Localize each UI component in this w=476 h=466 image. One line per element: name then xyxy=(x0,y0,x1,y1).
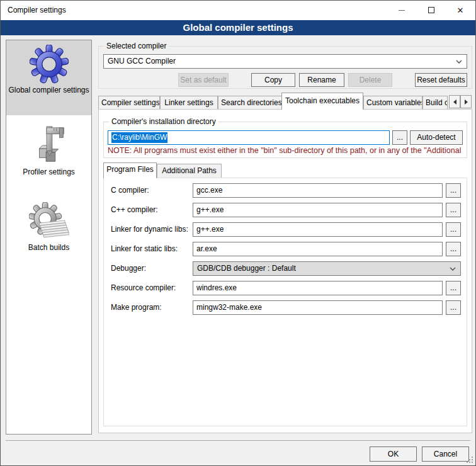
tab-compiler-settings[interactable]: Compiler settings xyxy=(98,96,160,109)
c-compiler-input[interactable]: gcc.exe xyxy=(193,183,443,198)
tab-build-options[interactable]: Build options xyxy=(422,96,448,109)
chevron-down-icon xyxy=(456,60,462,64)
selected-compiler-value: GNU GCC Compiler xyxy=(108,55,453,68)
window-title: Compiler settings xyxy=(8,1,66,20)
dialog-header: Global compiler settings xyxy=(1,20,475,35)
delete-button[interactable]: Delete xyxy=(348,73,392,87)
cpp-compiler-label: C++ compiler: xyxy=(111,203,191,217)
cpp-compiler-value: g++.exe xyxy=(196,203,439,217)
subtab-program-files[interactable]: Program Files xyxy=(103,162,157,178)
static-linker-label: Linker for static libs: xyxy=(111,242,191,256)
installation-directory-input[interactable]: C:\raylib\MinGW xyxy=(108,130,390,145)
dynamic-linker-value: g++.exe xyxy=(196,223,439,236)
close-button[interactable]: ✕ xyxy=(446,1,475,20)
sidebar-item-label: Batch builds xyxy=(6,243,91,253)
arrow-right-icon xyxy=(465,99,468,105)
static-linker-value: ar.exe xyxy=(196,242,439,256)
reset-defaults-button[interactable]: Reset defaults xyxy=(415,73,467,87)
resource-compiler-input[interactable]: windres.exe xyxy=(193,281,443,295)
caliper-icon xyxy=(30,125,69,166)
dialog-header-title: Global compiler settings xyxy=(1,20,475,35)
title-bar: Compiler settings ✕ xyxy=(1,1,475,20)
installation-directory-value: C:\raylib\MinGW xyxy=(111,132,167,143)
debugger-dropdown[interactable]: GDB/CDB debugger : Default xyxy=(193,261,461,276)
close-icon: ✕ xyxy=(457,6,464,14)
sidebar-item-global-compiler-settings[interactable]: Global compiler settings xyxy=(6,40,91,115)
installation-directory-group-label: Compiler's installation directory xyxy=(109,117,218,126)
settings-category-list: Global compiler settings P xyxy=(6,40,92,435)
c-compiler-browse-button[interactable]: ... xyxy=(446,183,461,198)
chevron-down-icon xyxy=(450,267,456,271)
sidebar-item-batch-builds[interactable]: Batch builds xyxy=(6,198,91,264)
debugger-label: Debugger: xyxy=(111,261,191,276)
sidebar-item-label: Profiler settings xyxy=(6,168,91,177)
cpp-compiler-input[interactable]: g++.exe xyxy=(193,203,443,217)
selected-compiler-dropdown[interactable]: GNU GCC Compiler xyxy=(103,54,467,69)
tab-search-directories[interactable]: Search directories xyxy=(218,96,283,109)
debugger-value: GDB/CDB debugger : Default xyxy=(197,262,446,275)
browse-directory-button[interactable]: ... xyxy=(392,130,407,145)
ok-button[interactable]: OK xyxy=(370,446,417,462)
cancel-button[interactable]: Cancel xyxy=(422,446,469,462)
tab-scroll-right-button[interactable] xyxy=(460,95,472,108)
dynamic-linker-label: Linker for dynamic libs: xyxy=(111,222,191,237)
static-linker-browse-button[interactable]: ... xyxy=(446,242,461,256)
rename-button[interactable]: Rename xyxy=(299,73,344,87)
minimize-button[interactable] xyxy=(387,1,416,20)
sidebar-item-profiler-settings[interactable]: Profiler settings xyxy=(6,121,91,188)
resource-compiler-browse-button[interactable]: ... xyxy=(446,281,461,295)
dynamic-linker-browse-button[interactable]: ... xyxy=(446,222,461,237)
compiler-settings-dialog: Compiler settings ✕ Global compiler sett… xyxy=(0,0,476,466)
make-program-browse-button[interactable]: ... xyxy=(446,300,461,315)
footer-separator xyxy=(6,440,470,441)
sidebar-item-label: Global compiler settings xyxy=(6,86,91,95)
set-as-default-button[interactable]: Set as default xyxy=(178,73,229,87)
resource-compiler-value: windres.exe xyxy=(196,281,439,295)
maximize-icon xyxy=(428,7,434,13)
static-linker-input[interactable]: ar.exe xyxy=(193,242,443,256)
resource-compiler-label: Resource compiler: xyxy=(111,281,191,295)
copy-button[interactable]: Copy xyxy=(251,73,295,87)
auto-detect-button[interactable]: Auto-detect xyxy=(410,130,463,145)
cpp-compiler-browse-button[interactable]: ... xyxy=(446,203,461,217)
resize-grip[interactable] xyxy=(467,457,473,463)
make-program-label: Make program: xyxy=(111,300,191,315)
make-program-input[interactable]: mingw32-make.exe xyxy=(193,300,443,315)
tab-custom-variables[interactable]: Custom variables xyxy=(363,96,422,109)
dynamic-linker-input[interactable]: g++.exe xyxy=(193,222,443,237)
maximize-button[interactable] xyxy=(417,1,446,20)
gray-gear-stack-icon xyxy=(29,202,69,241)
subtab-additional-paths[interactable]: Additional Paths xyxy=(157,164,222,178)
c-compiler-label: C compiler: xyxy=(111,183,191,198)
make-program-value: mingw32-make.exe xyxy=(196,301,439,314)
tab-toolchain-executables[interactable]: Toolchain executables xyxy=(281,93,363,110)
blue-gear-icon xyxy=(30,45,69,84)
tab-scroll-left-button[interactable] xyxy=(449,95,460,108)
c-compiler-value: gcc.exe xyxy=(196,184,439,197)
selected-compiler-group-label: Selected compiler xyxy=(104,42,169,50)
arrow-left-icon xyxy=(453,99,456,105)
tab-linker-settings[interactable]: Linker settings xyxy=(160,96,218,109)
minimize-icon xyxy=(399,10,405,11)
installation-note: NOTE: All programs must exist either in … xyxy=(108,146,467,156)
